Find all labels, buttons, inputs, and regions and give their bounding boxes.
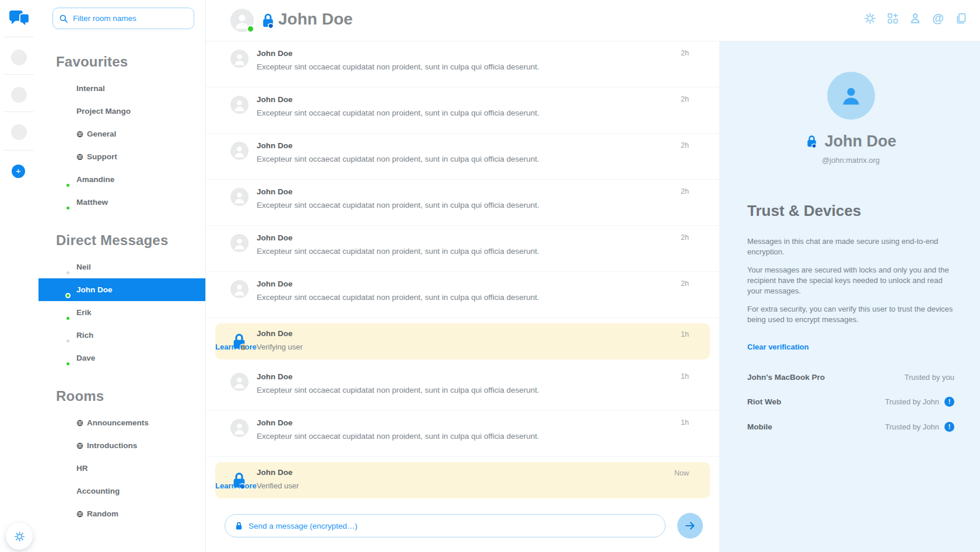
member-info-panel: John Doe @john:matrix.org Trust & Device…	[719, 41, 980, 552]
person-icon	[838, 82, 864, 109]
info-icon[interactable]: !	[944, 422, 954, 432]
sidebar-item-accounting[interactable]: Accounting	[38, 480, 205, 502]
add-community-button[interactable]: +	[12, 165, 25, 178]
sidebar-item-dave[interactable]: Dave	[38, 347, 205, 369]
message-timestamp: 2h	[681, 187, 689, 195]
message-text: Excepteur sint occaecat cupidatat non pr…	[257, 293, 540, 302]
learn-more-link[interactable]: Learn more	[215, 343, 257, 351]
globe-icon	[76, 153, 83, 160]
sidebar-item-project-mango[interactable]: Project Mango	[38, 100, 205, 123]
message-avatar	[230, 188, 249, 206]
sidebar-item-random[interactable]: Random	[38, 502, 205, 525]
presence-dot	[247, 25, 254, 33]
sidebar-item-rich[interactable]: Rich	[38, 324, 205, 347]
presence-dot	[65, 361, 71, 366]
message-row: John Doe Excepteur sint occaecat cupidat…	[206, 272, 719, 318]
rail-room-avatar[interactable]	[11, 50, 27, 65]
sidebar-item-introductions[interactable]: Introductions	[38, 434, 205, 457]
search-input[interactable]	[73, 14, 188, 23]
profile-user-id: @john:matrix.org	[747, 156, 954, 165]
device-name: John's MacBook Pro	[747, 373, 825, 382]
mentions-icon[interactable]: @	[932, 12, 944, 25]
message-row: John Doe Excepteur sint occaecat cupidat…	[206, 365, 719, 411]
message-sender: John Doe	[257, 280, 293, 288]
files-icon[interactable]	[954, 12, 967, 25]
message-text: Excepteur sint occaecat cupidatat non pr…	[257, 432, 540, 441]
learn-more-link[interactable]: Learn more	[215, 481, 257, 490]
message-timeline: John Doe Excepteur sint occaecat cupidat…	[206, 41, 719, 552]
sidebar-item-label: John Doe	[76, 285, 113, 294]
sidebar-section-title: Direct Messages	[56, 232, 205, 249]
message-timestamp: 2h	[681, 233, 689, 242]
presence-dot	[65, 183, 71, 188]
sidebar-item-announcements[interactable]: Announcements	[38, 411, 205, 434]
message-row: John Doe Excepteur sint occaecat cupidat…	[206, 88, 719, 134]
message-timestamp: 1h	[681, 330, 689, 338]
info-icon[interactable]: !	[944, 397, 954, 407]
sidebar-item-neil[interactable]: Neil	[38, 256, 205, 278]
device-name: Mobile	[747, 422, 772, 431]
presence-dot	[65, 316, 71, 321]
rail-room-avatar[interactable]	[11, 87, 27, 103]
sidebar-section: Rooms Announcements Introductio	[38, 388, 205, 525]
rail-divider	[4, 150, 34, 151]
device-trust-status: Trusted by you	[904, 373, 954, 382]
sidebar-item-matthew[interactable]: Matthew	[38, 191, 205, 214]
message-avatar	[230, 96, 249, 114]
sidebar-item-erik[interactable]: Erik	[38, 301, 205, 324]
message-composer	[225, 514, 666, 537]
members-icon[interactable]	[909, 12, 922, 25]
trust-paragraph: For extra security, you can verify this …	[747, 304, 954, 325]
sidebar-item-label: Random	[76, 509, 118, 518]
message-timestamp: 1h	[681, 372, 689, 380]
settings-fab-button[interactable]	[6, 523, 33, 550]
rail-room-avatar[interactable]	[11, 124, 27, 140]
chat-toolbar: @	[863, 12, 967, 25]
create-room-icon[interactable]	[886, 12, 899, 25]
app-logo-icon[interactable]	[9, 10, 29, 27]
room-avatar	[56, 485, 69, 498]
sidebar-item-label: General	[76, 130, 116, 138]
rail-divider	[4, 111, 34, 112]
send-button[interactable]	[677, 513, 703, 539]
chat-title: John Doe	[278, 10, 353, 29]
settings-icon[interactable]	[863, 12, 876, 25]
gear-icon	[14, 531, 25, 542]
message-avatar	[230, 419, 249, 437]
message-sender: John Doe	[257, 372, 293, 381]
profile-name-row: John Doe	[747, 132, 954, 151]
lock-icon	[235, 521, 243, 531]
globe-icon	[76, 131, 83, 138]
clear-verification-link[interactable]: Clear verification	[747, 343, 809, 351]
message-sender: John Doe	[257, 95, 293, 104]
globe-icon	[76, 511, 83, 518]
message-timestamp: 2h	[681, 49, 689, 57]
message-sender: John Doe	[257, 233, 293, 242]
sidebar-item-john-doe[interactable]: John Doe	[38, 278, 205, 301]
message-row: John Doe Excepteur sint occaecat cupidat…	[206, 134, 719, 180]
chat-avatar	[230, 9, 254, 32]
verified-lock-icon	[805, 134, 818, 149]
message-avatar	[230, 280, 249, 298]
sidebar-item-label: Accounting	[76, 487, 120, 495]
room-avatar	[56, 196, 69, 209]
room-avatar	[56, 329, 69, 342]
message-input[interactable]	[249, 522, 656, 530]
sidebar-item-internal[interactable]: Internal	[38, 77, 205, 100]
verification-status: Verifying user	[257, 343, 303, 351]
message-timestamp: 2h	[681, 95, 689, 103]
trust-paragraph: Messages in this chat are made secure us…	[747, 236, 954, 257]
message-sender: John Doe	[257, 468, 293, 477]
sidebar-item-label: Introductions	[76, 441, 137, 450]
sidebar-item-amandine[interactable]: Amandine	[38, 168, 205, 191]
device-trust-status: Trusted by John	[885, 397, 939, 406]
message-text: Excepteur sint occaecat cupidatat non pr…	[257, 62, 540, 71]
sidebar-item-label: Dave	[76, 354, 95, 362]
verification-status: Verified user	[257, 481, 299, 490]
profile-avatar	[827, 72, 875, 120]
sidebar-item-general[interactable]: General	[38, 123, 205, 145]
sidebar-item-support[interactable]: Support	[38, 145, 205, 168]
sidebar-item-hr[interactable]: HR	[38, 457, 205, 480]
sidebar-section: Favourites Internal Project Man	[38, 54, 205, 214]
message-text: Excepteur sint occaecat cupidatat non pr…	[257, 109, 540, 117]
